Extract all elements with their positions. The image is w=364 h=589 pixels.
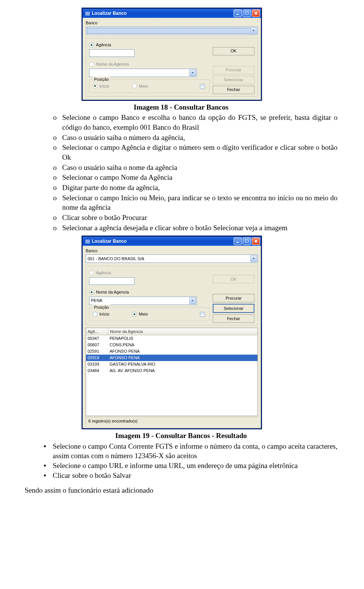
table-row[interactable]: 03484 AG. AV. AFONSO PENA (86, 368, 257, 374)
fechar-button-label: Fechar (227, 316, 240, 322)
chevron-down-icon[interactable] (250, 255, 257, 262)
search-groupbox: Agência Nome da Agencia PENA Posiçã (86, 266, 258, 325)
inicio-radio[interactable]: Início (93, 83, 109, 89)
column-header-nome[interactable]: Nome da Agencia (108, 328, 257, 335)
svg-rect-1 (85, 13, 90, 14)
radio-off-icon (132, 83, 137, 88)
procurar-button[interactable]: Procurar (213, 66, 254, 74)
list-item: Selecione o campo URL e informe uma URL,… (44, 461, 337, 471)
selecionar-button-label: Selecionar (224, 77, 243, 83)
procurar-button-label: Procurar (226, 67, 242, 73)
posicao-groupbox: Posição Início Meio (89, 307, 210, 321)
meio-radio-label: Meio (139, 311, 148, 317)
agencia-radio[interactable]: Agência (89, 42, 210, 48)
inicio-radio-label: Início (99, 311, 109, 317)
list-item: Selecionar o campo Agência e digitar o n… (53, 143, 337, 162)
status-text: 6 registro(s) encontrado(s) (88, 418, 138, 424)
ok-button[interactable]: OK (213, 47, 254, 55)
nome-agencia-combo[interactable] (89, 69, 197, 77)
radio-off-icon (89, 270, 94, 275)
agencia-input[interactable] (89, 277, 135, 285)
banco-combo[interactable] (86, 27, 258, 35)
nome-agencia-combo-value: PENA (91, 298, 102, 303)
agencia-radio-label: Agência (96, 42, 111, 48)
maximize-button[interactable] (243, 9, 251, 17)
minimize-button[interactable] (234, 9, 242, 17)
maximize-button[interactable] (243, 237, 251, 245)
window-client: Banco 001 - BANCO DO BRASIL S/A Agência (83, 246, 261, 428)
table-row[interactable]: 00347 PENAPOLIS (86, 335, 257, 342)
nome-agencia-radio[interactable]: Nome da Agencia (89, 61, 210, 67)
fechar-button-label: Fechar (227, 87, 240, 93)
search-groupbox: Agência Nome da Agencia Posição (86, 38, 258, 97)
svg-rect-19 (201, 314, 204, 315)
procurar-button[interactable]: Procurar (213, 294, 254, 302)
table-row[interactable]: 02591 AFONSO PENA (86, 348, 257, 355)
minimize-button[interactable] (234, 237, 242, 245)
nome-agencia-radio[interactable]: Nome da Agencia (89, 289, 210, 295)
instructions-list-2: Selecione o campo Conta Corrente FGTS e … (44, 441, 337, 481)
table-row[interactable]: 03109 GASTAO PENALVA-RIO (86, 361, 257, 368)
close-button[interactable] (252, 237, 260, 245)
banco-label: Banco (86, 248, 258, 254)
nome-agencia-combo[interactable]: PENA (89, 297, 197, 305)
list-item: Selecionar o campo Nome da Agência (53, 173, 337, 182)
meio-radio[interactable]: Meio (132, 83, 148, 89)
cell-code: 00347 (86, 336, 108, 341)
ok-button[interactable]: OK (213, 275, 254, 283)
nome-agencia-radio-label: Nome da Agencia (96, 61, 129, 67)
app-icon (85, 239, 90, 244)
cell-code: 02918 (86, 355, 108, 361)
app-icon (85, 11, 90, 16)
agencia-radio-label: Agência (96, 270, 111, 276)
svg-rect-12 (85, 243, 90, 243)
list-item: Clicar sobre o botão Procurar (53, 213, 337, 223)
form-icon (199, 311, 206, 318)
svg-rect-13 (236, 242, 239, 243)
cell-name: PENAPOLIS (108, 336, 257, 341)
column-header-agencia[interactable]: Agê... (86, 328, 108, 335)
chevron-down-icon[interactable] (189, 69, 196, 76)
banco-combo[interactable]: 001 - BANCO DO BRASIL S/A (86, 254, 258, 263)
form-icon (199, 83, 206, 90)
caption-image-19: Imagem 19 - Consultar Bancos - Resultado (25, 431, 337, 441)
agencia-input[interactable] (89, 49, 135, 57)
svg-rect-3 (236, 14, 239, 15)
localizar-banco-window-1: Localizar Banco Banco Agência (82, 8, 262, 101)
agencia-radio[interactable]: Agência (89, 270, 210, 276)
cell-code: 00607 (86, 342, 108, 348)
meio-radio[interactable]: Meio (132, 311, 148, 317)
table-row-selected[interactable]: 02918 AFONSO PENA (86, 355, 257, 361)
radio-off-icon (89, 62, 94, 67)
radio-on-icon (93, 83, 97, 88)
inicio-radio[interactable]: Início (93, 311, 109, 317)
posicao-legend: Posição (93, 77, 110, 82)
selecionar-button-label: Selecionar (224, 306, 243, 311)
list-item: Selecionar o campo Início ou Meio, para … (53, 193, 337, 212)
fechar-button[interactable]: Fechar (213, 314, 254, 323)
posicao-legend: Posição (93, 305, 110, 310)
cell-name: AFONSO PENA (108, 355, 257, 361)
procurar-button-label: Procurar (226, 295, 242, 301)
svg-rect-2 (85, 15, 90, 16)
fechar-button[interactable]: Fechar (213, 86, 254, 94)
list-item: Selecione o campo Conta Corrente FGTS e … (44, 441, 337, 461)
window-client: Banco Agência Nome da Agencia (83, 18, 261, 100)
inicio-radio-label: Início (99, 83, 109, 89)
results-listview[interactable]: Agê... Nome da Agencia 00347 PENAPOLIS 0… (86, 328, 258, 416)
chevron-down-icon[interactable] (250, 27, 257, 34)
selecionar-button[interactable]: Selecionar (213, 76, 254, 84)
svg-rect-9 (201, 86, 204, 87)
selecionar-button[interactable]: Selecionar (213, 304, 254, 313)
cell-name: GASTAO PENALVA-RIO (108, 361, 257, 367)
chevron-down-icon[interactable] (189, 297, 196, 304)
svg-rect-10 (85, 240, 90, 241)
nome-agencia-radio-label: Nome da Agencia (96, 289, 129, 295)
close-button[interactable] (252, 9, 260, 17)
table-row[interactable]: 00607 CONS.PENA (86, 342, 257, 348)
window-title: Localizar Banco (92, 10, 233, 16)
list-item: Digitar parte do nome da agência, (53, 183, 337, 193)
titlebar: Localizar Banco (83, 9, 261, 18)
cell-name: AG. AV. AFONSO PENA (108, 368, 257, 374)
instructions-list-1: Selecione o campo Banco e escolha o banc… (53, 113, 337, 232)
